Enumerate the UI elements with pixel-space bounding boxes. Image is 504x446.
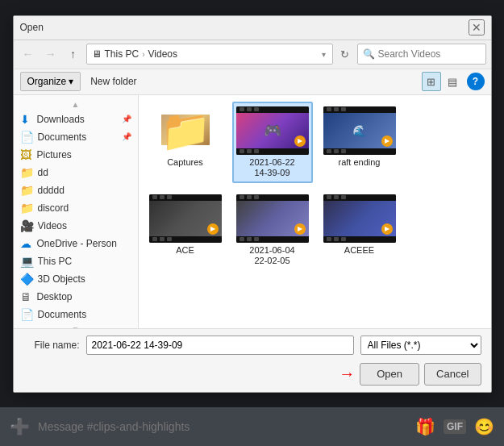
title-bar: Open ✕	[14, 16, 491, 40]
address-bar: 🖥 This PC › Videos ▾	[86, 44, 333, 65]
sidebar-label-downloads: Downloads	[37, 114, 118, 125]
sidebar-scroll-down[interactable]: ▼	[14, 323, 138, 328]
video-play-icon-raft: ▶	[381, 135, 393, 147]
emoji-icon[interactable]: 😊	[474, 417, 494, 436]
documents-icon: 📄	[20, 131, 34, 144]
main-content-area: ▲ ⬇ Downloads 📌 📄 Documents 📌	[14, 95, 491, 329]
organize-button[interactable]: Organize ▾	[20, 72, 81, 91]
sidebar-item-documents2[interactable]: 📄 Documents	[14, 306, 138, 323]
view-pane-button[interactable]: ▤	[443, 72, 462, 91]
sidebar-label-thispc: This PC	[38, 256, 131, 267]
sidebar-label-documents2: Documents	[38, 309, 131, 320]
discord-background: Open ✕ ← → ↑ 🖥 This PC › Videos ▾ ↻	[0, 0, 504, 446]
film-strip-top-2021-2	[236, 194, 309, 201]
discord-folder-icon: 📁	[20, 202, 34, 215]
sidebar-item-3dobjects[interactable]: 🔷 3D Objects	[14, 270, 138, 288]
organize-label: Organize	[27, 76, 67, 87]
help-button[interactable]: ?	[467, 73, 485, 90]
film-strip-bottom-raft	[323, 148, 396, 155]
add-icon[interactable]: ➕	[10, 417, 30, 436]
sidebar: ▲ ⬇ Downloads 📌 📄 Documents 📌	[14, 95, 139, 328]
address-dropdown-icon[interactable]: ▾	[320, 48, 327, 60]
sidebar-item-onedrive[interactable]: ☁ OneDrive - Person	[14, 235, 138, 252]
film-strip-bottom-ace	[149, 236, 222, 243]
search-bar: 🔍	[357, 44, 486, 65]
sidebar-label-3dobjects: 3D Objects	[38, 273, 131, 285]
filetype-select[interactable]: All Files (*.*)	[360, 336, 481, 355]
video-play-icon-aceee: ▶	[381, 223, 393, 235]
3dobjects-icon: 🔷	[20, 273, 34, 286]
video-play-icon-2021-1: ▶	[294, 135, 306, 147]
sidebar-item-ddddd[interactable]: 📁 ddddd	[14, 181, 138, 199]
file-item-ace[interactable]: ▶ ACE	[145, 190, 226, 271]
sidebar-item-dd[interactable]: 📁 dd	[14, 164, 138, 181]
sidebar-scroll-up[interactable]: ▲	[14, 98, 138, 110]
open-dialog: Open ✕ ← → ↑ 🖥 This PC › Videos ▾ ↻	[13, 15, 492, 393]
film-strip-top-ace	[149, 194, 222, 201]
refresh-button[interactable]: ↻	[336, 45, 354, 63]
path-sep1: ›	[142, 50, 144, 59]
file-item-aceee[interactable]: ▶ ACEEE	[319, 190, 400, 271]
back-button[interactable]: ←	[19, 44, 38, 64]
filename-input[interactable]	[86, 336, 354, 355]
filename-row: File name: All Files (*.*)	[23, 336, 481, 355]
dialog-title: Open	[20, 22, 44, 33]
video-thumb-2021-1: 🎮 ▶	[236, 106, 309, 155]
pictures-icon: 🖼	[20, 148, 33, 161]
sidebar-item-discord[interactable]: 📁 discord	[14, 199, 138, 217]
new-folder-button[interactable]: New folder	[85, 72, 141, 91]
file-name-captures: Captures	[167, 157, 203, 168]
gif-button[interactable]: GIF	[444, 419, 466, 434]
gift-icon[interactable]: 🎁	[415, 417, 435, 436]
file-item-raft[interactable]: 🌊 ▶ raft ending	[319, 102, 400, 183]
up-button[interactable]: ↑	[64, 44, 83, 64]
onedrive-icon: ☁	[20, 237, 33, 250]
desktop-icon: 🖥	[20, 290, 33, 303]
sidebar-label-dd: dd	[38, 167, 131, 178]
address-path: 🖥 This PC › Videos	[92, 48, 317, 60]
view-icons-group: ⊞ ▤	[422, 72, 462, 91]
file-item-captures[interactable]: 📁 Captures	[145, 102, 226, 183]
film-strip-bottom-aceee	[323, 236, 396, 243]
sidebar-label-pictures: Pictures	[37, 149, 131, 160]
file-thumb-captures: 📁	[149, 106, 222, 155]
sidebar-item-thispc[interactable]: 💻 This PC	[14, 252, 138, 270]
film-strip-bottom-2021-2	[236, 236, 309, 243]
film-strip-top-aceee	[323, 194, 396, 201]
sidebar-item-documents[interactable]: 📄 Documents 📌	[14, 128, 138, 146]
open-arrow-indicator: →	[339, 365, 355, 383]
video-logo-2021-1: 🎮	[264, 122, 281, 140]
sidebar-item-desktop[interactable]: 🖥 Desktop	[14, 288, 138, 306]
close-button[interactable]: ✕	[469, 19, 485, 35]
file-name-2021-2: 2021-06-0422-02-05	[249, 245, 294, 266]
sidebar-label-onedrive: OneDrive - Person	[37, 238, 131, 249]
open-button[interactable]: Open	[360, 363, 419, 386]
dialog-overlay: Open ✕ ← → ↑ 🖥 This PC › Videos ▾ ↻	[0, 0, 504, 407]
video-thumb-2021-2: ▶	[236, 194, 309, 243]
search-input[interactable]	[378, 48, 492, 60]
search-icon: 🔍	[363, 48, 375, 60]
cancel-button[interactable]: Cancel	[424, 363, 481, 386]
file-item-2021-2[interactable]: ▶ 2021-06-0422-02-05	[232, 190, 313, 271]
sidebar-label-documents: Documents	[38, 131, 118, 143]
video-logo-raft: 🌊	[352, 124, 366, 137]
dd-folder-icon: 📁	[20, 166, 34, 179]
navigation-toolbar: ← → ↑ 🖥 This PC › Videos ▾ ↻ 🔍	[14, 40, 491, 69]
forward-button[interactable]: →	[41, 44, 60, 64]
file-thumb-2021-1: 🎮 ▶	[236, 106, 309, 155]
form-buttons-row: → Open Cancel	[23, 360, 481, 386]
documents-pin-icon: 📌	[122, 132, 131, 141]
video-play-icon-2021-2: ▶	[294, 223, 306, 235]
sidebar-label-discord: discord	[38, 202, 131, 214]
file-name-raft: raft ending	[339, 157, 381, 168]
message-input[interactable]	[38, 420, 407, 433]
file-item-2021-1[interactable]: 🎮 ▶ 2021-06-2214-39-09	[232, 102, 313, 183]
discord-bottom-bar: ➕ 🎁 GIF 😊	[0, 407, 504, 446]
thispc-icon: 💻	[20, 255, 34, 268]
view-grid-button[interactable]: ⊞	[422, 72, 441, 91]
sidebar-item-videos[interactable]: 🎥 Videos	[14, 217, 138, 235]
sidebar-item-pictures[interactable]: 🖼 Pictures	[14, 146, 138, 164]
sidebar-item-downloads[interactable]: ⬇ Downloads 📌	[14, 110, 138, 128]
downloads-icon: ⬇	[20, 113, 33, 126]
path-icon: 🖥	[92, 48, 102, 60]
